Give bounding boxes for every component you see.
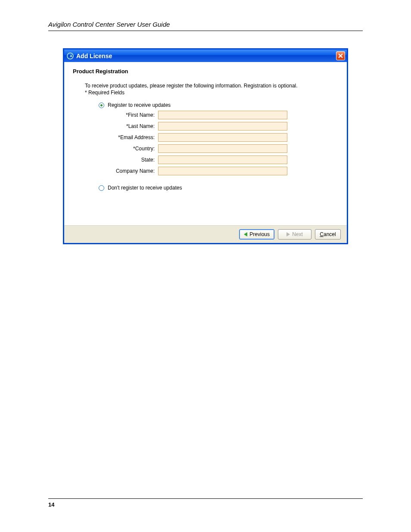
input-last-name[interactable] (158, 122, 287, 131)
cancel-button[interactable]: Cancel (315, 229, 341, 240)
page-footer: 14 (48, 498, 363, 508)
input-country[interactable] (158, 144, 287, 153)
label-country: *Country: (85, 146, 158, 152)
next-button[interactable]: Next (278, 229, 311, 240)
row-first-name: *First Name: (85, 111, 338, 119)
app-icon (67, 53, 74, 59)
dialog-title: Add License (76, 53, 112, 59)
close-icon (338, 53, 343, 58)
row-last-name: *Last Name: (85, 122, 338, 131)
arrow-right-icon (286, 232, 290, 236)
intro-text: To receive product updates, please regis… (85, 82, 338, 96)
document-header: Avigilon Control Center Server User Guid… (48, 21, 363, 31)
row-country: *Country: (85, 144, 338, 153)
radio-noregister-label: Don't register to receive updates (108, 185, 182, 191)
arrow-left-icon (244, 232, 247, 236)
add-license-dialog: Add License Product Registration To rece… (63, 48, 348, 244)
page-number: 14 (48, 501, 54, 508)
radio-register-row[interactable]: Register to receive updates (99, 102, 338, 108)
row-email: *Email Address: (85, 133, 338, 142)
radio-noregister-row[interactable]: Don't register to receive updates (99, 185, 338, 191)
previous-label: Previous (249, 231, 270, 237)
registration-form: *First Name: *Last Name: *Email Address:… (85, 111, 338, 175)
label-email: *Email Address: (85, 134, 158, 140)
close-button[interactable] (336, 51, 345, 60)
intro-line2: * Required Fields (85, 90, 125, 96)
dialog-content: Product Registration To receive product … (64, 62, 347, 225)
previous-button[interactable]: Previous (239, 229, 274, 240)
row-state: State: (85, 156, 338, 164)
row-company: Company Name: (85, 167, 338, 175)
label-first-name: *First Name: (85, 112, 158, 118)
next-label: Next (292, 231, 303, 237)
radio-register[interactable] (99, 103, 104, 108)
section-title: Product Registration (73, 68, 338, 75)
input-state[interactable] (158, 156, 287, 164)
label-last-name: *Last Name: (85, 123, 158, 129)
label-company: Company Name: (85, 168, 158, 174)
cancel-label: Cancel (320, 231, 336, 237)
intro-line1: To receive product updates, please regis… (85, 83, 298, 89)
radio-noregister[interactable] (99, 185, 104, 191)
input-email[interactable] (158, 133, 287, 142)
input-first-name[interactable] (158, 111, 287, 119)
titlebar: Add License (64, 50, 347, 62)
label-state: State: (85, 157, 158, 163)
radio-register-label: Register to receive updates (108, 102, 171, 108)
input-company[interactable] (158, 167, 287, 175)
dialog-footer: Previous Next Cancel (64, 225, 347, 243)
